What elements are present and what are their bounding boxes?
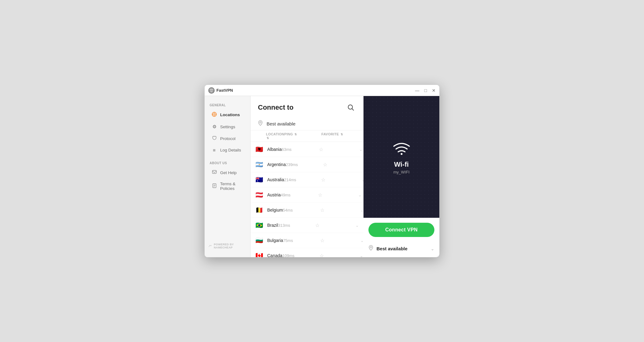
favorite-header: FAVORITE ⇅: [321, 132, 362, 140]
favorite-star-icon[interactable]: ☆: [319, 147, 323, 152]
country-name-cell: 🇦🇺 Australia: [255, 175, 284, 184]
svg-line-10: [352, 109, 354, 111]
about-section-label: ABOUT US: [205, 159, 250, 167]
expand-chevron-icon[interactable]: ⌄: [355, 223, 359, 228]
favorite-cell: ☆: [321, 177, 361, 183]
network-type-label: Wi-fi: [394, 160, 409, 169]
expand-chevron-icon[interactable]: ⌄: [360, 238, 363, 243]
app-logo-icon: [208, 87, 215, 94]
maximize-button[interactable]: □: [424, 88, 427, 93]
country-flag: 🇦🇹: [255, 191, 263, 199]
favorite-star-icon[interactable]: ☆: [321, 177, 325, 183]
table-row[interactable]: 🇦🇺 Australia 214ms ☆ ⌄: [250, 172, 363, 187]
app-title: FastVPN: [216, 88, 233, 93]
favorite-star-icon[interactable]: ☆: [320, 207, 324, 213]
favorite-star-icon[interactable]: ☆: [320, 238, 324, 243]
country-flag: 🇦🇺: [255, 175, 263, 184]
favorite-cell: ☆: [320, 207, 360, 213]
ping-sort-icon[interactable]: ⇅: [294, 133, 297, 136]
content-header: Connect to: [250, 96, 363, 117]
table-row[interactable]: 🇦🇷 Argentina 239ms ☆ ⌄: [250, 157, 363, 172]
country-name-cell: 🇧🇪 Belgium: [255, 206, 283, 214]
table-row[interactable]: 🇦🇹 Austria 49ms ☆ ⌄: [250, 187, 363, 203]
general-section-label: GENERAL: [205, 101, 250, 109]
table-row[interactable]: 🇨🇦 Canada 109ms ☆ ⌄: [250, 248, 363, 257]
sidebar: GENERAL Locations ⚙ Settings: [205, 96, 250, 257]
expand-chevron-icon[interactable]: ⌄: [359, 147, 363, 152]
expand-cell: ⌄: [360, 207, 363, 213]
best-available-label: Best available: [267, 121, 295, 126]
search-button[interactable]: [346, 102, 356, 113]
ping-value: 239ms: [286, 162, 323, 167]
page-title: Connect to: [258, 103, 294, 112]
favorite-star-icon[interactable]: ☆: [323, 162, 327, 168]
location-pin-icon: [368, 245, 373, 252]
settings-label: Settings: [220, 125, 235, 129]
terms-label: Terms & Policies: [220, 182, 243, 191]
window-controls: — □ ✕: [415, 88, 436, 93]
table-row[interactable]: 🇧🇪 Belgium 54ms ☆ ⌄: [250, 203, 363, 218]
close-button[interactable]: ✕: [432, 88, 436, 93]
table-row[interactable]: 🇧🇷 Brazil 313ms ☆ ⌄: [250, 218, 363, 233]
wifi-icon: [392, 139, 411, 155]
ping-value: 214ms: [284, 178, 321, 182]
country-name-cell: 🇦🇹 Austria: [255, 191, 281, 199]
country-name-cell: 🇧🇬 Bulgaria: [255, 236, 283, 245]
favorite-cell: ☆: [323, 162, 363, 168]
favorite-star-icon[interactable]: ☆: [320, 253, 324, 257]
right-panel-map: Wi-fi my_WIFI: [363, 96, 439, 218]
main-layout: GENERAL Locations ⚙ Settings: [205, 96, 439, 257]
expand-chevron-icon[interactable]: ⌄: [360, 208, 363, 213]
ping-value: 63ms: [282, 147, 319, 152]
table-row[interactable]: 🇧🇬 Bulgaria 75ms ☆ ⌄: [250, 233, 363, 248]
favorite-cell: ☆: [315, 222, 355, 228]
country-flag: 🇨🇦: [255, 251, 263, 257]
favorite-cell: ☆: [320, 238, 360, 243]
connect-vpn-button[interactable]: Connect VPN: [368, 223, 434, 237]
favorite-cell: ☆: [319, 147, 359, 152]
expand-chevron-icon[interactable]: ⌄: [358, 193, 362, 197]
location-selector[interactable]: Best available ⌄: [363, 242, 439, 257]
favorite-sort-icon[interactable]: ⇅: [341, 133, 343, 136]
wifi-icon-wrap: [392, 139, 411, 156]
country-name: Bulgaria: [267, 238, 283, 243]
ping-value: 109ms: [282, 253, 320, 257]
sidebar-item-protocol[interactable]: Protocol: [207, 133, 248, 144]
right-panel: Wi-fi my_WIFI Connect VPN Best available…: [363, 96, 439, 257]
svg-point-13: [370, 247, 372, 248]
sidebar-item-get-help[interactable]: Get Help: [207, 167, 248, 178]
ping-value: 54ms: [283, 208, 320, 213]
favorite-cell: ☆: [320, 253, 360, 257]
country-name-cell: 🇦🇱 Albania: [255, 145, 282, 154]
map-dots-background: [363, 96, 439, 218]
country-list: 🇦🇱 Albania 63ms ☆ ⌄ 🇦🇷 Argentina 239ms ☆…: [250, 142, 363, 257]
minimize-button[interactable]: —: [415, 88, 420, 93]
expand-cell: ⌄: [359, 147, 363, 152]
ping-value: 75ms: [283, 238, 320, 243]
network-name-label: my_WIFI: [394, 170, 410, 174]
table-row[interactable]: 🇦🇱 Albania 63ms ☆ ⌄: [250, 142, 363, 157]
sidebar-item-settings[interactable]: ⚙ Settings: [207, 121, 248, 132]
country-name-cell: 🇨🇦 Canada: [255, 251, 282, 257]
expand-cell: ⌄: [355, 222, 363, 228]
country-flag: 🇧🇪: [255, 206, 263, 214]
sidebar-item-log-details[interactable]: ≡ Log Details: [207, 145, 248, 156]
favorite-star-icon[interactable]: ☆: [318, 192, 322, 198]
selected-location-label: Best available: [376, 246, 428, 251]
country-name: Australia: [267, 177, 284, 182]
title-bar: FastVPN — □ ✕: [205, 85, 439, 96]
title-bar-logo: FastVPN: [208, 87, 415, 94]
locations-label: Locations: [220, 112, 240, 117]
best-available-row[interactable]: Best available: [250, 117, 363, 130]
ping-value: 49ms: [281, 193, 318, 197]
expand-chevron-icon[interactable]: ⌄: [360, 253, 363, 257]
location-chevron-icon[interactable]: ⌄: [431, 246, 434, 251]
connect-button-wrap: Connect VPN: [363, 218, 439, 242]
sidebar-item-locations[interactable]: Locations: [207, 109, 248, 121]
favorite-star-icon[interactable]: ☆: [315, 222, 320, 228]
settings-icon: ⚙: [211, 124, 217, 129]
get-help-label: Get Help: [220, 170, 237, 175]
sidebar-item-terms[interactable]: Terms & Policies: [207, 179, 248, 194]
svg-rect-4: [212, 170, 216, 173]
location-sort-icon[interactable]: ⇅: [267, 137, 269, 140]
